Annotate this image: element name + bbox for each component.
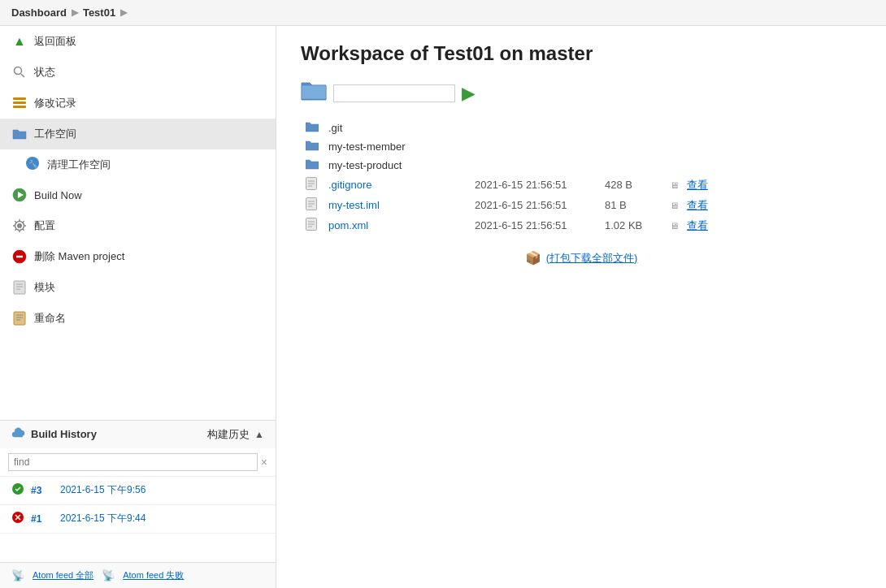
file-date-iml: 2021-6-15 21:56:51 bbox=[475, 199, 597, 211]
file-row-pom-xml: pom.xml 2021-6-15 21:56:51 1.02 KB 🖥 查看 bbox=[301, 215, 862, 236]
svg-point-9 bbox=[17, 223, 22, 228]
build-num-3[interactable]: #3 bbox=[31, 485, 54, 496]
rss-icon-1: 📡 bbox=[11, 569, 24, 582]
sidebar-label-changes: 修改记录 bbox=[34, 96, 76, 110]
view-link-iml[interactable]: 查看 bbox=[687, 198, 708, 213]
sidebar: ▲ 返回面板 状态 修改记录 bbox=[0, 26, 276, 588]
clean-icon: 🔧 bbox=[24, 156, 41, 173]
sidebar-item-back[interactable]: ▲ 返回面板 bbox=[0, 26, 276, 57]
folder-icon-product bbox=[306, 158, 320, 172]
file-row-gitignore: .gitignore 2021-6-15 21:56:51 428 B 🖥 查看 bbox=[301, 175, 862, 195]
collapse-button[interactable]: ▲ bbox=[254, 429, 264, 440]
file-row-git: .git bbox=[301, 119, 862, 137]
page-title: Workspace of Test01 on master bbox=[301, 42, 862, 65]
sidebar-item-clean-workspace[interactable]: 🔧 清理工作空间 bbox=[0, 149, 276, 179]
file-name-pom[interactable]: pom.xml bbox=[328, 219, 467, 231]
file-name-product[interactable]: my-test-product bbox=[328, 159, 467, 171]
file-icon-iml bbox=[306, 197, 320, 213]
search-icon bbox=[11, 64, 28, 80]
sidebar-item-status[interactable]: 状态 bbox=[0, 57, 276, 88]
main-content: Workspace of Test01 on master ▶ .git bbox=[276, 26, 886, 588]
sidebar-item-config[interactable]: 配置 bbox=[0, 210, 276, 241]
file-name-gitignore[interactable]: .gitignore bbox=[328, 179, 467, 191]
sidebar-item-rename[interactable]: 重命名 bbox=[0, 303, 276, 334]
build-item-3[interactable]: #3 2021-6-15 下午9:56 bbox=[0, 477, 276, 505]
file-name-member[interactable]: my-test-member bbox=[328, 141, 467, 153]
folder-go-button[interactable]: ▶ bbox=[462, 84, 474, 103]
file-icon-gitignore bbox=[306, 177, 320, 192]
folder-icon-member bbox=[306, 140, 320, 153]
file-size-icon-pom: 🖥 bbox=[670, 221, 679, 231]
file-size-iml: 81 B bbox=[605, 199, 662, 211]
breadcrumb-project[interactable]: Test01 bbox=[83, 6, 115, 19]
search-clear-button[interactable]: × bbox=[261, 456, 267, 469]
sidebar-label-config: 配置 bbox=[34, 218, 55, 233]
sidebar-label-rename: 重命名 bbox=[34, 311, 66, 326]
build-history-title: Build History bbox=[31, 428, 97, 440]
file-name-iml[interactable]: my-test.iml bbox=[328, 199, 467, 211]
file-date-gitignore: 2021-6-15 21:56:51 bbox=[475, 179, 597, 191]
svg-point-0 bbox=[15, 67, 22, 75]
file-date-pom: 2021-6-15 21:56:51 bbox=[475, 219, 597, 231]
breadcrumb-sep1: ▶ bbox=[72, 7, 78, 18]
build-search: × bbox=[0, 448, 276, 477]
file-name-git[interactable]: .git bbox=[328, 122, 467, 134]
view-link-gitignore[interactable]: 查看 bbox=[687, 178, 708, 192]
build-icon bbox=[11, 187, 28, 203]
build-item-1[interactable]: #1 2021-6-15 下午9:44 bbox=[0, 505, 276, 534]
cloud-icon bbox=[11, 427, 26, 441]
file-icon-pom bbox=[306, 218, 320, 233]
sidebar-label-clean: 清理工作空间 bbox=[47, 158, 111, 172]
sidebar-item-workspace[interactable]: 工作空间 bbox=[0, 119, 276, 149]
sidebar-label-build-now: Build Now bbox=[34, 189, 82, 201]
svg-rect-3 bbox=[13, 102, 26, 104]
build-history-title-cn: 构建历史 bbox=[207, 427, 250, 442]
build-footer: 📡 Atom feed 全部 📡 Atom feed 失败 bbox=[0, 562, 276, 588]
svg-rect-17 bbox=[14, 312, 25, 325]
file-size-icon-gitignore: 🖥 bbox=[670, 180, 679, 190]
build-search-input[interactable] bbox=[8, 453, 258, 471]
sidebar-label-workspace: 工作空间 bbox=[34, 127, 76, 141]
breadcrumb: Dashboard ▶ Test01 ▶ bbox=[0, 0, 886, 26]
folder-icon-git bbox=[306, 121, 320, 135]
sidebar-label-back: 返回面板 bbox=[34, 34, 76, 49]
view-link-pom[interactable]: 查看 bbox=[687, 218, 708, 233]
breadcrumb-dashboard[interactable]: Dashboard bbox=[11, 6, 67, 19]
svg-rect-2 bbox=[13, 97, 26, 100]
changes-icon bbox=[11, 95, 28, 111]
build-status-err-icon bbox=[11, 511, 24, 527]
build-time-3[interactable]: 2021-6-15 下午9:56 bbox=[60, 483, 145, 497]
sidebar-item-changes[interactable]: 修改记录 bbox=[0, 88, 276, 119]
sidebar-item-module[interactable]: 模块 bbox=[0, 272, 276, 303]
sidebar-label-delete: 删除 Maven project bbox=[34, 249, 124, 264]
file-row-my-test-iml: my-test.iml 2021-6-15 21:56:51 81 B 🖥 查看 bbox=[301, 195, 862, 215]
file-row-my-test-product: my-test-product bbox=[301, 156, 862, 175]
build-time-1[interactable]: 2021-6-15 下午9:44 bbox=[60, 512, 145, 525]
rename-icon bbox=[11, 310, 28, 326]
build-history-header: Build History 构建历史 ▲ bbox=[0, 420, 276, 448]
folder-nav-icon bbox=[301, 80, 327, 107]
workspace-icon bbox=[11, 126, 28, 142]
sidebar-item-delete[interactable]: 删除 Maven project bbox=[0, 241, 276, 272]
build-list: #3 2021-6-15 下午9:56 #1 2021-6-15 下午9:44 bbox=[0, 477, 276, 563]
delete-icon bbox=[11, 249, 28, 265]
sidebar-item-build-now[interactable]: Build Now bbox=[0, 179, 276, 210]
build-num-1[interactable]: #1 bbox=[31, 513, 54, 525]
download-all-link[interactable]: (打包下载全部文件) bbox=[546, 251, 638, 266]
file-size-icon-iml: 🖥 bbox=[670, 201, 679, 210]
module-icon bbox=[11, 279, 28, 296]
download-row: 📦 (打包下载全部文件) bbox=[301, 236, 862, 280]
download-icon: 📦 bbox=[525, 250, 541, 266]
file-size-pom: 1.02 KB bbox=[605, 219, 662, 231]
svg-rect-4 bbox=[13, 106, 26, 108]
svg-text:🔧: 🔧 bbox=[28, 159, 38, 169]
build-status-ok-icon bbox=[11, 482, 24, 499]
svg-line-1 bbox=[21, 74, 24, 77]
sidebar-label-status: 状态 bbox=[34, 65, 55, 80]
file-size-gitignore: 428 B bbox=[605, 179, 662, 191]
file-row-my-test-member: my-test-member bbox=[301, 137, 862, 156]
folder-path-input[interactable] bbox=[333, 84, 455, 102]
rss-fail-link[interactable]: Atom feed 失败 bbox=[123, 569, 184, 582]
breadcrumb-sep2: ▶ bbox=[120, 7, 127, 18]
rss-all-link[interactable]: Atom feed 全部 bbox=[33, 569, 93, 582]
